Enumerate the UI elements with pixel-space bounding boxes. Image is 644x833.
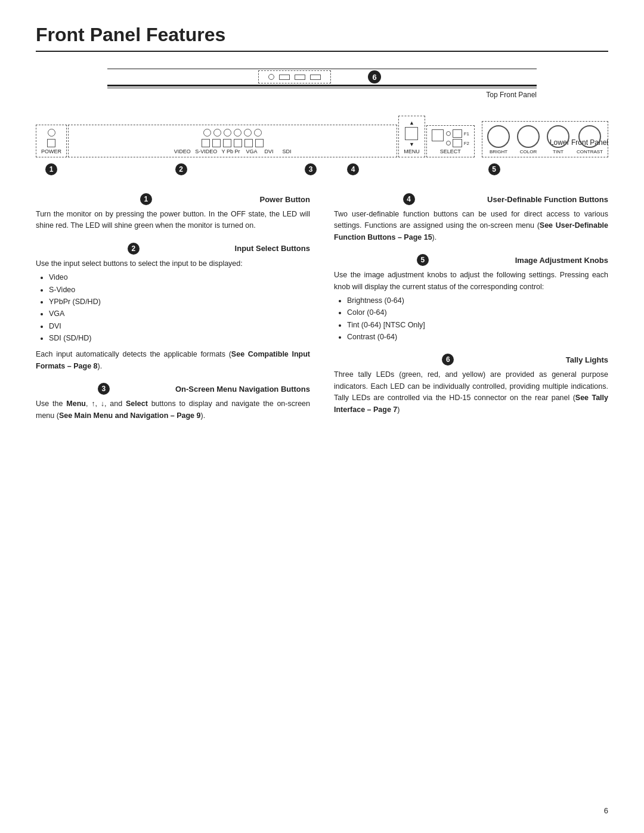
- badge-3: 3: [305, 163, 317, 175]
- desc-image-adjustment: 5 Image Adjustment Knobs Use the image a…: [334, 254, 608, 343]
- image-adj-list: Brightness (0-64) Color (0-64) Tint (0-6…: [334, 295, 608, 343]
- top-panel-diagram: 6 Top Front Panel: [36, 69, 608, 110]
- menu-button: [405, 127, 418, 140]
- color-label: COLOR: [520, 149, 537, 154]
- title-divider: [36, 51, 608, 52]
- badge-6-top: 6: [368, 70, 381, 83]
- tally-lights-heading: 6 Tally Lights: [334, 354, 608, 366]
- power-button: [47, 139, 55, 147]
- input-led-row: [203, 129, 262, 137]
- left-description-column: 1 Power Button Turn the monitor on by pr…: [36, 193, 310, 432]
- input-video: Video: [49, 272, 310, 283]
- adj-color: Color (0-64): [347, 307, 608, 318]
- badge-5-pos: 5: [380, 163, 608, 175]
- svideo-led: [213, 129, 221, 137]
- desc-menu-nav: 3 On-Screen Menu Navigation Buttons Use …: [36, 383, 310, 422]
- input-select-list: Video S-Video YPbPr (SD/HD) VGA DVI SDI …: [36, 272, 310, 344]
- main-menu-ref: See Main Menu and Navigation – Page 9: [59, 411, 201, 420]
- input-btn-row: [202, 139, 264, 147]
- tally-led-1: [268, 74, 274, 80]
- power-button-body: Turn the monitor on by pressing the powe…: [36, 209, 310, 232]
- tally-rect-1: [279, 75, 290, 80]
- vga-led: [234, 129, 242, 137]
- sdi-led: [254, 129, 262, 137]
- menu-nav-body: Use the Menu, ↑, ↓, and Select buttons t…: [36, 398, 310, 422]
- adj-contrast: Contrast (0-64): [347, 332, 608, 343]
- tally-rect-3: [310, 75, 321, 80]
- input-vga: VGA: [49, 308, 310, 320]
- adj-brightness: Brightness (0-64): [347, 295, 608, 306]
- tally-dashed-box: [258, 70, 331, 83]
- video-btn: [202, 139, 210, 147]
- badge-1-pos: 1: [36, 163, 67, 175]
- function-buttons-body: Two user-definable function buttons can …: [334, 209, 608, 243]
- contrast-knob: [578, 125, 601, 148]
- f2-label: F2: [464, 141, 469, 146]
- color-knob: [517, 125, 540, 148]
- input-select-group: VIDEO S-VIDEO Y Pb Pr VGA DVI SDI: [68, 125, 397, 157]
- svideo-btn: [212, 139, 221, 147]
- badge-function: 4: [403, 193, 415, 205]
- menu-bold: Menu: [66, 400, 86, 408]
- power-button-heading: 1 Power Button: [36, 193, 310, 205]
- badge-power: 1: [140, 193, 152, 205]
- select-label: SELECT: [440, 148, 461, 154]
- badge-1: 1: [45, 163, 57, 175]
- input-svideo: S-Video: [49, 284, 310, 296]
- menu-nav-heading: 3 On-Screen Menu Navigation Buttons: [36, 383, 310, 395]
- adj-tint: Tint (0-64) [NTSC Only]: [347, 320, 608, 331]
- input-select-title: Input Select Buttons: [235, 244, 310, 253]
- menu-btn-row: [405, 127, 418, 140]
- top-front-panel-label: Top Front Panel: [107, 91, 537, 99]
- lower-panel-diagram: Lower Front Panel POWER: [36, 116, 608, 175]
- tint-knob: [547, 125, 569, 148]
- input-select-heading: 2 Input Select Buttons: [36, 243, 310, 255]
- top-line-3: [107, 88, 537, 88]
- f2-led: [446, 141, 451, 145]
- power-btn-row2: [47, 139, 55, 147]
- badge-tally: 6: [442, 354, 454, 366]
- bright-label: BRIGHT: [490, 149, 507, 154]
- power-button-title: Power Button: [260, 195, 311, 204]
- arrow-up-icon: ▲: [409, 120, 414, 126]
- description-section: 1 Power Button Turn the monitor on by pr…: [36, 193, 608, 432]
- image-adjustment-body: Use the image adjustment knobs to adjust…: [334, 270, 608, 343]
- input-select-intro: Use the input select buttons to select t…: [36, 259, 243, 268]
- compatible-formats-ref: See Compatible Input Formats – Page 8: [36, 350, 310, 370]
- top-line-2: [107, 85, 537, 86]
- tally-rect-2: [295, 75, 305, 80]
- input-sdi: SDI (SD/HD): [49, 333, 310, 344]
- tally-lights-title: Tally Lights: [566, 355, 608, 364]
- knobs-group: BRIGHT COLOR TINT CONTRAST: [482, 121, 608, 157]
- menu-group: ▲ ▼ MENU: [398, 116, 425, 157]
- tint-label: TINT: [553, 149, 564, 154]
- dvi-btn: [244, 139, 253, 147]
- badge-4-pos: 4: [326, 163, 380, 175]
- arrow-down-icon: ▼: [409, 141, 414, 147]
- ypbpr-led: [224, 129, 231, 137]
- input-select-extra: Each input automatically detects the app…: [36, 349, 310, 372]
- menu-nav-title: On-Screen Menu Navigation Buttons: [175, 385, 310, 394]
- image-adjustment-heading: 5 Image Adjustment Knobs: [334, 254, 608, 266]
- contrast-knob-group: CONTRAST: [577, 125, 603, 154]
- badge-row: 1 2 3 4 5: [36, 163, 608, 175]
- select-group: F1 F2 SELECT: [426, 125, 475, 157]
- video-led: [203, 129, 211, 137]
- select-bold: Select: [126, 400, 148, 408]
- badge-menu: 3: [98, 383, 110, 395]
- function-buttons-heading: 4 User-Definable Function Buttons: [334, 193, 608, 205]
- tally-ref: See Tally Interface – Page 7: [334, 394, 608, 413]
- right-description-column: 4 User-Definable Function Buttons Two us…: [334, 193, 608, 432]
- input-label: VIDEO S-VIDEO Y Pb Pr VGA DVI SDI: [174, 148, 292, 154]
- badge-3-pos: 3: [295, 163, 326, 175]
- badge-5: 5: [488, 163, 500, 175]
- desc-input-select: 2 Input Select Buttons Use the input sel…: [36, 243, 310, 372]
- input-select-body: Use the input select buttons to select t…: [36, 258, 310, 372]
- top-controls-row: 6: [107, 70, 537, 83]
- input-dvi: DVI: [49, 321, 310, 332]
- sdi-btn: [255, 139, 264, 147]
- f1-led: [446, 131, 451, 136]
- ypbpr-btn: [223, 139, 231, 147]
- menu-label: MENU: [404, 148, 420, 154]
- badge-image: 5: [417, 254, 429, 266]
